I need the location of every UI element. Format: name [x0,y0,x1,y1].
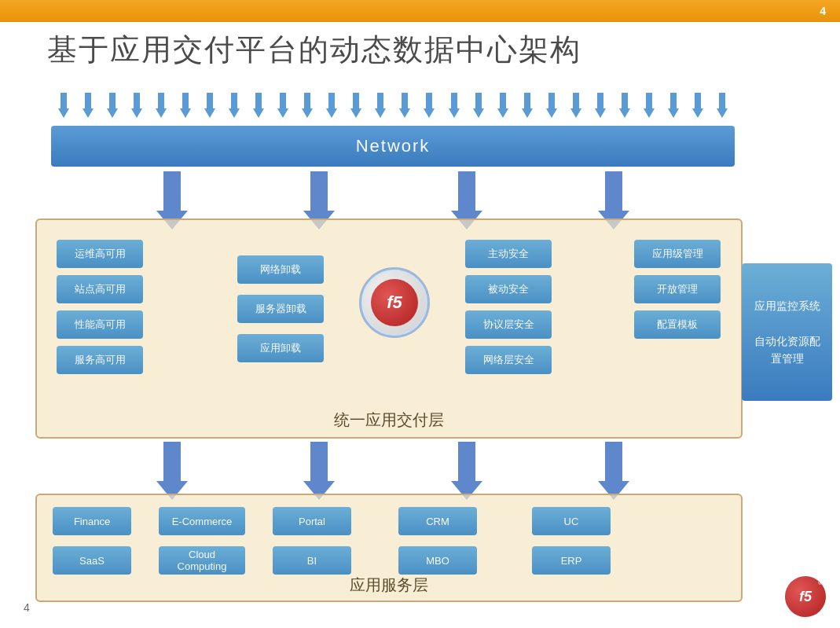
app-finance: Finance [53,507,131,535]
box-security-3: 协议层安全 [465,310,552,339]
small-arrow-17 [473,93,484,118]
network-box: Network [51,126,735,167]
box-security-4: 网络层安全 [465,346,552,374]
small-arrow-18 [497,93,508,118]
app-uc: UC [532,507,611,535]
f5-bottom-logo: f5 [785,576,826,617]
slide-number-bottom: 4 [24,601,30,614]
app-ecommerce: E-Commerce [159,507,245,535]
f5-bottom-text: f5 [799,589,812,605]
arrow-b4 [598,442,629,500]
small-arrow-20 [546,93,557,118]
small-arrow-12 [350,93,361,118]
top-bar: 4 [0,0,840,22]
small-arrow-9 [277,93,288,118]
box-availability-4: 服务高可用 [57,346,143,374]
app-mbo: MBO [398,546,477,575]
small-arrow-4 [156,93,167,118]
network-label: Network [356,136,431,156]
small-arrow-15 [424,93,435,118]
small-arrow-13 [375,93,386,118]
box-security-2: 被动安全 [465,275,552,303]
four-arrows-bottom [51,442,735,500]
box-availability-2: 站点高可用 [57,275,143,303]
small-arrow-23 [619,93,630,118]
app-cloud-computing: Cloud Computing [159,546,245,575]
f5-text: f5 [387,292,402,313]
right-management-box: 应用监控系统自动化资源配置管理 [742,263,832,401]
small-arrow-11 [326,93,337,118]
app-erp: ERP [532,546,611,575]
service-layer-box: Finance E-Commerce Portal CRM UC SaaS Cl… [35,494,743,602]
box-mgmt-1: 应用级管理 [634,240,721,268]
small-arrow-10 [302,93,313,118]
small-arrow-1 [83,93,94,118]
small-arrow-16 [449,93,460,118]
app-saas: SaaS [53,546,131,575]
small-arrow-14 [399,93,410,118]
small-arrow-5 [180,93,191,118]
delivery-layer-label: 统一应用交付层 [37,409,741,431]
small-arrow-27 [717,93,728,118]
box-security-1: 主动安全 [465,240,552,268]
box-unload-2: 服务器卸载 [237,295,324,323]
small-arrow-6 [204,93,215,118]
small-arrow-19 [522,93,533,118]
arrow-b3 [451,442,482,500]
app-crm: CRM [398,507,477,535]
service-layer-label: 应用服务层 [37,575,741,596]
box-unload-1: 网络卸载 [237,255,324,284]
small-arrow-26 [692,93,703,118]
small-arrow-2 [107,93,118,118]
box-mgmt-3: 配置模板 [634,310,721,339]
box-mgmt-2: 开放管理 [634,275,721,303]
small-arrow-3 [131,93,142,118]
small-arrow-8 [253,93,264,118]
f5-bottom-circle: f5 [785,576,826,617]
small-arrow-21 [570,93,581,118]
top-arrows-row [51,93,735,118]
box-availability-1: 运维高可用 [57,240,143,268]
delivery-layer-box: 运维高可用 站点高可用 性能高可用 服务高可用 网络卸载 服务器卸载 应用卸载 … [35,219,743,439]
arrow-b1 [156,442,188,500]
slide-number: 4 [820,5,826,17]
small-arrow-22 [595,93,606,118]
small-arrow-25 [668,93,679,118]
box-unload-3: 应用卸载 [237,334,324,362]
box-availability-3: 性能高可用 [57,310,143,339]
right-mgmt-text: 应用监控系统自动化资源配置管理 [754,297,820,368]
page-title: 基于应用交付平台的动态数据中心架构 [47,30,581,70]
arrow-b2 [303,442,335,500]
app-bi: BI [273,546,351,575]
small-arrow-7 [229,93,240,118]
f5-logo: f5 [359,267,430,338]
app-portal: Portal [273,507,351,535]
small-arrow-24 [644,93,655,118]
small-arrow-0 [58,93,69,118]
